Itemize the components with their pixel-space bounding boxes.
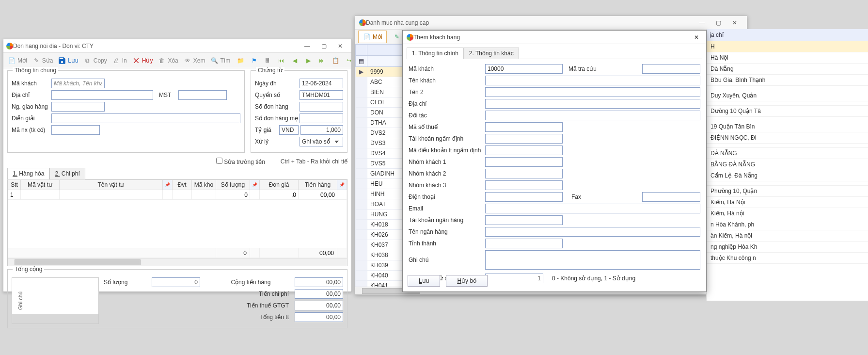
- ghi-chu-textarea[interactable]: [485, 250, 700, 270]
- toolbar-exit[interactable]: ↪: [343, 54, 355, 67]
- col-don-gia[interactable]: Đơn giá: [260, 180, 299, 190]
- ty-gia-value-input[interactable]: [300, 125, 343, 135]
- items-grid[interactable]: Stt Mã vật tư Tên vật tư 📌 Đvt Mã kho Số…: [7, 179, 347, 266]
- tab-chi-phi[interactable]: 2. Chi phí: [49, 168, 85, 179]
- col-pin[interactable]: 📌: [163, 180, 173, 190]
- grid-hscroll[interactable]: [8, 258, 347, 266]
- ghi-chu-textarea[interactable]: [12, 278, 98, 314]
- email-input[interactable]: [485, 204, 700, 213]
- so-luong-total[interactable]: [152, 277, 200, 287]
- minimize-button[interactable]: —: [299, 41, 316, 51]
- cancel-button[interactable]: Hủy: [130, 54, 155, 67]
- ten-khach-input[interactable]: [485, 76, 700, 85]
- dien-giai-input[interactable]: [51, 113, 240, 123]
- dien-thoai-input[interactable]: [485, 192, 563, 202]
- nav-last[interactable]: ⏭: [316, 54, 328, 67]
- tab-thong-tin-chinh[interactable]: 1. Thông tin chính: [407, 48, 464, 59]
- address-cell[interactable]: [707, 117, 868, 121]
- ten-ngan-hang-input[interactable]: [485, 227, 700, 237]
- tab-thong-tin-khac[interactable]: 2. Thông tin khác: [464, 48, 519, 59]
- col-ma-vat-tu[interactable]: Mã vật tư: [21, 180, 60, 190]
- close-button[interactable]: ✕: [691, 32, 702, 42]
- address-cell[interactable]: Cẩm Lệ, Đà Nẵng: [707, 170, 868, 181]
- toolbar-extra-2[interactable]: ⚑: [248, 54, 260, 67]
- so-don-hang-me-input[interactable]: [300, 113, 343, 123]
- address-cell[interactable]: BẰNG ĐÀ NẴNG: [707, 159, 868, 170]
- col-tien-hang[interactable]: Tiền hàng: [299, 180, 337, 190]
- col-dvt[interactable]: Đvt: [173, 180, 192, 190]
- address-cell[interactable]: n Hòa Khánh, ph: [707, 219, 868, 230]
- ten-2-input[interactable]: [485, 87, 700, 97]
- so-don-hang-input[interactable]: [300, 102, 343, 112]
- ma-khach-input[interactable]: [485, 64, 563, 74]
- address-cell[interactable]: ĐÀ NẴNG: [707, 148, 868, 159]
- toolbar-extra-1[interactable]: 📁: [234, 54, 247, 67]
- tinh-thanh-input[interactable]: [485, 239, 563, 248]
- xu-ly-select[interactable]: Ghi vào sổ: [300, 137, 343, 146]
- doi-tac-input[interactable]: [485, 111, 700, 120]
- close-button[interactable]: ✕: [332, 41, 348, 51]
- ng-giao-hang-input[interactable]: [51, 102, 105, 112]
- search-button[interactable]: 🔍Tìm: [208, 54, 232, 67]
- address-cell[interactable]: thuộc Khu công n: [707, 253, 868, 264]
- col-so-luong[interactable]: Số lượng: [216, 180, 250, 190]
- toolbar-doc[interactable]: 📋: [329, 54, 342, 67]
- save-button[interactable]: Lưu: [56, 54, 80, 67]
- copy-button[interactable]: ⧉Copy: [81, 54, 109, 67]
- new-button[interactable]: 📄Mới: [5, 54, 29, 67]
- address-cell[interactable]: H: [707, 41, 868, 52]
- address-cell[interactable]: [707, 181, 868, 186]
- quyen-so-input[interactable]: [300, 90, 343, 100]
- col-stt[interactable]: Stt: [8, 180, 21, 190]
- print-button[interactable]: 🖨In: [110, 54, 129, 67]
- nav-first[interactable]: ⏮: [275, 54, 287, 67]
- nhom-khach-3-input[interactable]: [485, 180, 563, 190]
- address-cell[interactable]: [707, 86, 868, 90]
- col-pin3[interactable]: 📌: [337, 180, 347, 190]
- address-cell[interactable]: [707, 101, 868, 106]
- ty-gia-currency-input[interactable]: [279, 125, 299, 135]
- nhom-khach-1-input[interactable]: [485, 157, 563, 167]
- grid-row[interactable]: 1 0 ,0 00,00: [8, 190, 347, 200]
- col-address[interactable]: ịa chỉ: [707, 29, 868, 41]
- address-cell[interactable]: Kiếm, Hà Nội: [707, 197, 868, 208]
- save-button[interactable]: Lưu: [408, 275, 440, 287]
- address-cell[interactable]: 19 Quận Tân Bìn: [707, 121, 868, 132]
- cancel-button[interactable]: Hủy bỏ: [446, 275, 488, 287]
- close-button[interactable]: ✕: [726, 17, 743, 29]
- address-cell[interactable]: ĐIỆNN NGỌC, ĐI: [707, 132, 868, 144]
- mst-input[interactable]: [178, 90, 227, 100]
- ma-khach-input[interactable]: [51, 79, 105, 88]
- address-cell[interactable]: Hà Nội: [707, 52, 868, 64]
- view-button[interactable]: 👁Xem: [181, 54, 207, 67]
- delete-button[interactable]: 🗑Xóa: [156, 54, 180, 67]
- tien-chi-phi-total[interactable]: [295, 289, 343, 299]
- col-pin2[interactable]: 📌: [250, 180, 260, 190]
- address-cell[interactable]: Duy Xuyên, Quản: [707, 90, 868, 101]
- maximize-button[interactable]: ▢: [316, 41, 332, 51]
- address-cell[interactable]: Kiếm, Hà nội: [707, 208, 868, 219]
- address-cell[interactable]: Bữu Gia, Bình Thạnh: [707, 75, 868, 86]
- ma-nx-input[interactable]: [51, 125, 100, 135]
- sua-truong-tien-checkbox[interactable]: [216, 158, 222, 164]
- cong-tien-hang-total[interactable]: [295, 277, 343, 287]
- new-button[interactable]: 📄Mới: [358, 31, 387, 43]
- address-cell[interactable]: Phường 10, Quận: [707, 186, 868, 197]
- toolbar-calc[interactable]: 🖩: [261, 54, 274, 67]
- tk-ngam-dinh-input[interactable]: [485, 134, 563, 144]
- address-cell[interactable]: àn Kiếm, Hà nội: [707, 230, 868, 242]
- dia-chi-input[interactable]: [51, 90, 153, 100]
- nav-prev[interactable]: ◀: [288, 54, 301, 67]
- nav-next[interactable]: ▶: [302, 54, 315, 67]
- fax-input[interactable]: [642, 192, 700, 202]
- dia-chi-input[interactable]: [485, 99, 700, 109]
- maximize-button[interactable]: ▢: [710, 17, 726, 29]
- col-ma-kho[interactable]: Mã kho: [192, 180, 216, 190]
- nhom-khach-2-input[interactable]: [485, 169, 563, 178]
- filter-icon[interactable]: ▤: [356, 56, 367, 67]
- tab-hang-hoa[interactable]: 1. Hàng hóa: [7, 168, 49, 179]
- address-cell[interactable]: Dường 10 Quận Tâ: [707, 106, 868, 117]
- sua-truong-tien-check[interactable]: Sửa trường tiền: [216, 158, 265, 165]
- tk-ngan-hang-input[interactable]: [485, 215, 563, 225]
- ngay-dh-input[interactable]: [300, 79, 343, 88]
